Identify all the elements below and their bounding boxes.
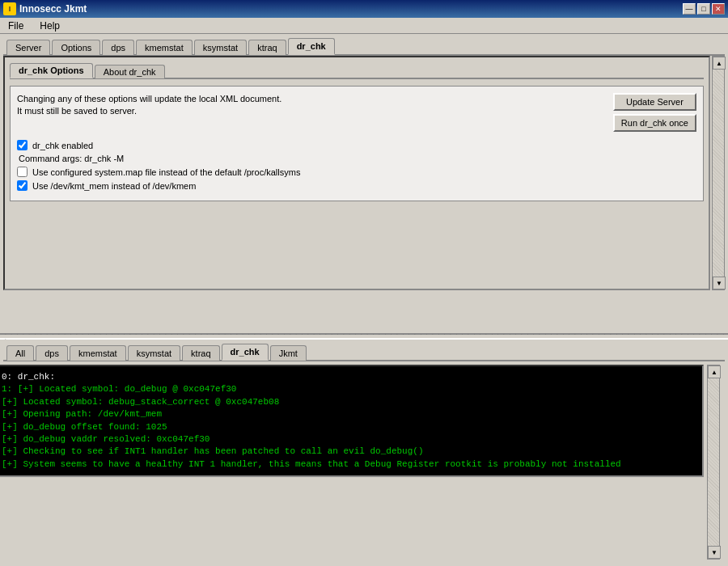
menu-bar: File Help [0, 18, 728, 34]
bottom-tab-ksymstat[interactable]: ksymstat [128, 345, 180, 361]
dr-chk-enabled-label: dr_chk enabled [32, 141, 93, 150]
bottom-tab-dps[interactable]: dps [36, 345, 68, 361]
scroll-up-arrow[interactable]: ▲ [713, 57, 726, 70]
tab-ksymstat[interactable]: ksymstat [194, 40, 247, 55]
log-line: [+] do_debug offset found: 1025 [2, 421, 697, 433]
options-panel: Changing any of these options will updat… [10, 86, 704, 201]
log-line: [+] do_debug vaddr resolved: 0xc047ef30 [2, 433, 697, 446]
log-scroll-track [708, 378, 719, 546]
log-area: 0: dr_chk:1: [+] Located symbol: do_debu… [0, 365, 704, 477]
top-scrollbar: ▲ ▼ [712, 56, 725, 290]
log-scroll-down[interactable]: ▼ [708, 546, 721, 559]
tab-ktraq[interactable]: ktraq [248, 40, 286, 55]
checkbox2-row: Use configured system.map file instead o… [17, 167, 696, 177]
tab-dr-chk[interactable]: dr_chk [288, 38, 335, 55]
app-icon: I [3, 2, 16, 15]
scroll-down-arrow[interactable]: ▼ [713, 277, 726, 289]
content-area: dr_chk Options About dr_chk Changing any… [3, 56, 710, 290]
scroll-track [713, 70, 724, 277]
inner-tab-bar: dr_chk Options About dr_chk [10, 62, 704, 79]
log-line: [+] Checking to see if INT1 handler has … [2, 446, 697, 458]
kmt-mem-label: Use /dev/kmt_mem instead of /dev/kmem [32, 181, 196, 191]
checkbox3-row: Use /dev/kmt_mem instead of /dev/kmem [17, 180, 696, 191]
log-scroll-up[interactable]: ▲ [708, 365, 721, 378]
maximize-button[interactable]: □ [697, 3, 710, 15]
log-container: 0: dr_chk:1: [+] Located symbol: do_debu… [6, 365, 722, 560]
dr-chk-enabled-checkbox[interactable] [17, 140, 28, 150]
main-tab-bar: Server Options dps kmemstat ksymstat ktr… [3, 37, 725, 56]
tab-dps[interactable]: dps [102, 40, 134, 55]
bottom-tab-all[interactable]: All [6, 345, 34, 361]
bottom-tab-jkmt[interactable]: Jkmt [270, 345, 307, 361]
log-line: [+] Opening path: /dev/kmt_mem [2, 408, 697, 420]
log-line: 1: [+] Located symbol: do_debug @ 0xc047… [2, 383, 697, 395]
system-map-label: Use configured system.map file instead o… [32, 167, 300, 177]
bottom-tab-bar: All dps kmemstat ksymstat ktraq dr_chk J… [3, 343, 725, 361]
kmt-mem-checkbox[interactable] [17, 180, 28, 191]
log-line: [+] Located symbol: debug_stack_correct … [2, 396, 697, 408]
command-args: Command args: dr_chk -M [17, 154, 696, 163]
tab-options[interactable]: Options [52, 40, 100, 55]
title-bar: I Innosecc Jkmt — □ ✕ [0, 0, 728, 18]
log-line: 0: dr_chk: [2, 371, 697, 383]
tab-server[interactable]: Server [6, 40, 50, 55]
divider: · · · · · · · · · · · · · · · · · · · · … [0, 333, 728, 340]
update-server-button[interactable]: Update Server [613, 93, 696, 111]
inner-tab-options[interactable]: dr_chk Options [10, 63, 93, 78]
options-header: Changing any of these options will updat… [17, 93, 696, 132]
log-line: [+] System seems to have a healthy INT 1… [2, 458, 697, 471]
log-scrollbar: ▲ ▼ [707, 365, 720, 560]
options-buttons: Update Server Run dr_chk once [613, 93, 696, 132]
inner-tab-about[interactable]: About dr_chk [95, 65, 165, 78]
bottom-tab-ktraq[interactable]: ktraq [182, 345, 219, 361]
bottom-section: All dps kmemstat ksymstat ktraq dr_chk J… [0, 340, 728, 566]
app-title: Innosecc Jkmt [19, 3, 87, 15]
menu-help[interactable]: Help [35, 19, 65, 33]
run-once-button[interactable]: Run dr_chk once [613, 114, 696, 132]
bottom-tab-dr-chk[interactable]: dr_chk [222, 344, 269, 361]
log-output: 0: dr_chk:1: [+] Located symbol: do_debu… [2, 371, 697, 471]
main-container: Server Options dps kmemstat ksymstat ktr… [0, 34, 728, 566]
top-section: Server Options dps kmemstat ksymstat ktr… [0, 34, 728, 333]
minimize-button[interactable]: — [683, 3, 696, 15]
menu-file[interactable]: File [3, 19, 28, 33]
options-description: Changing any of these options will updat… [17, 93, 281, 118]
title-bar-controls: — □ ✕ [683, 3, 725, 15]
close-button[interactable]: ✕ [712, 3, 725, 15]
bottom-tab-kmemstat[interactable]: kmemstat [70, 345, 126, 361]
tab-kmemstat[interactable]: kmemstat [136, 40, 193, 55]
system-map-checkbox[interactable] [17, 167, 28, 177]
checkbox1-row: dr_chk enabled [17, 140, 696, 150]
